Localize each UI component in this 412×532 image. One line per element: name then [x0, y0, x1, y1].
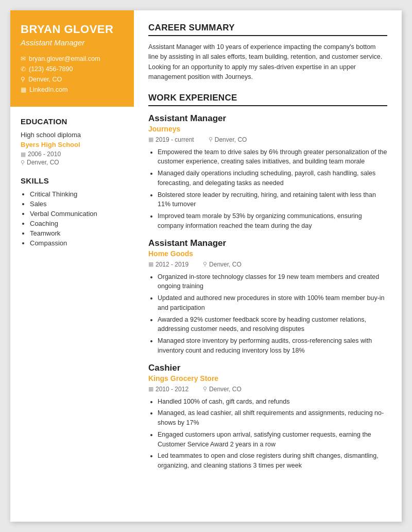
career-summary-title: CAREER SUMMARY — [148, 23, 387, 36]
pin-icon-3: ⚲ — [203, 386, 207, 392]
bullet-item: Managed store inventory by performing au… — [158, 336, 387, 356]
skill-item: Sales — [30, 200, 124, 208]
skills-section-title: SKILLS — [21, 176, 124, 185]
bullet-item: Updated and authored new procedures in s… — [158, 293, 387, 313]
phone-icon: ✆ — [21, 65, 26, 73]
resume: BRYAN GLOVER Assistant Manager ✉ bryan.g… — [10, 10, 402, 522]
calendar-icon: ▦ — [21, 151, 26, 158]
job-location-2: ⚲ Denver, CO — [203, 261, 242, 268]
education-years: ▦ 2006 - 2010 — [21, 151, 124, 158]
calendar-icon-1: ▦ — [148, 136, 153, 143]
location-icon-edu: ⚲ — [21, 159, 25, 166]
bullet-item: Led teammates to open and close register… — [158, 451, 387, 471]
education-degree: High school diploma — [21, 131, 124, 139]
location-icon: ⚲ — [21, 76, 25, 83]
contact-phone: ✆ (123) 456-7890 — [21, 65, 124, 73]
contact-list: ✉ bryan.glover@email.com ✆ (123) 456-789… — [21, 55, 124, 93]
sidebar: BRYAN GLOVER Assistant Manager ✉ bryan.g… — [10, 10, 134, 522]
job-title-2: Assistant Manager — [148, 238, 387, 248]
bullet-item: Awarded a 92% customer feedback score by… — [158, 315, 387, 335]
job-location-3: ⚲ Denver, CO — [203, 386, 242, 393]
job-bullets-1: Empowered the team to drive sales by 6% … — [158, 147, 387, 231]
bullet-item: Engaged customers upon arrival, satisfyi… — [158, 430, 387, 450]
career-summary-text: Assistant Manager with 10 years of exper… — [148, 42, 387, 82]
pin-icon-2: ⚲ — [203, 261, 207, 268]
skill-item: Compassion — [30, 239, 124, 247]
contact-linkedin[interactable]: ▦ LinkedIn.com — [21, 86, 124, 93]
candidate-title: Assistant Manager — [21, 38, 124, 47]
sidebar-body: EDUCATION High school diploma Byers High… — [10, 107, 134, 259]
bullet-item: Handled 100% of cash, gift cards, and re… — [158, 397, 387, 407]
work-experience-title: WORK EXPERIENCE — [148, 93, 387, 106]
email-icon: ✉ — [21, 55, 26, 62]
bullet-item: Managed, as lead cashier, all shift requ… — [158, 408, 387, 428]
bullet-item: Organized in-store technology classes fo… — [158, 272, 387, 292]
calendar-icon-3: ▦ — [148, 386, 153, 392]
main-content: CAREER SUMMARY Assistant Manager with 10… — [134, 10, 402, 522]
job-years-2: ▦ 2012 - 2019 — [148, 261, 188, 268]
bullet-item: Bolstered store leader by recruiting, hi… — [158, 190, 387, 210]
job-meta-3: ▦ 2010 - 2012 ⚲ Denver, CO — [148, 386, 387, 393]
calendar-icon-2: ▦ — [148, 261, 153, 268]
contact-email: ✉ bryan.glover@email.com — [21, 55, 124, 62]
skill-item: Verbal Communication — [30, 210, 124, 218]
skills-list: Critical Thinking Sales Verbal Communica… — [30, 190, 124, 247]
sidebar-header: BRYAN GLOVER Assistant Manager ✉ bryan.g… — [10, 10, 134, 107]
education-location: ⚲ Denver, CO — [21, 159, 124, 166]
job-years-3: ▦ 2010 - 2012 — [148, 386, 188, 393]
job-company-1: Journeys — [148, 125, 387, 133]
candidate-name: BRYAN GLOVER — [21, 23, 124, 36]
job-bullets-3: Handled 100% of cash, gift cards, and re… — [158, 397, 387, 471]
skill-item: Coaching — [30, 220, 124, 227]
education-section-title: EDUCATION — [21, 117, 124, 126]
bullet-item: Managed daily operations including sched… — [158, 169, 387, 188]
contact-location: ⚲ Denver, CO — [21, 76, 124, 83]
education-school: Byers High School — [21, 141, 124, 148]
job-bullets-2: Organized in-store technology classes fo… — [158, 272, 387, 356]
job-title-3: Cashier — [148, 363, 387, 373]
skill-item: Critical Thinking — [30, 190, 124, 198]
job-company-2: Home Goods — [148, 250, 387, 258]
job-years-1: ▦ 2019 - current — [148, 136, 194, 143]
job-location-1: ⚲ Denver, CO — [209, 136, 247, 143]
bullet-item: Improved team morale by 53% by organizin… — [158, 211, 387, 231]
bullet-item: Empowered the team to drive sales by 6% … — [158, 147, 387, 167]
skill-item: Teamwork — [30, 229, 124, 237]
job-company-3: Kings Grocery Store — [148, 374, 387, 383]
linkedin-icon: ▦ — [21, 86, 26, 93]
job-meta-1: ▦ 2019 - current ⚲ Denver, CO — [148, 136, 387, 143]
job-title-1: Assistant Manager — [148, 113, 387, 124]
work-section: Assistant Manager Journeys ▦ 2019 - curr… — [148, 113, 387, 471]
pin-icon-1: ⚲ — [209, 136, 213, 143]
job-meta-2: ▦ 2012 - 2019 ⚲ Denver, CO — [148, 261, 387, 268]
